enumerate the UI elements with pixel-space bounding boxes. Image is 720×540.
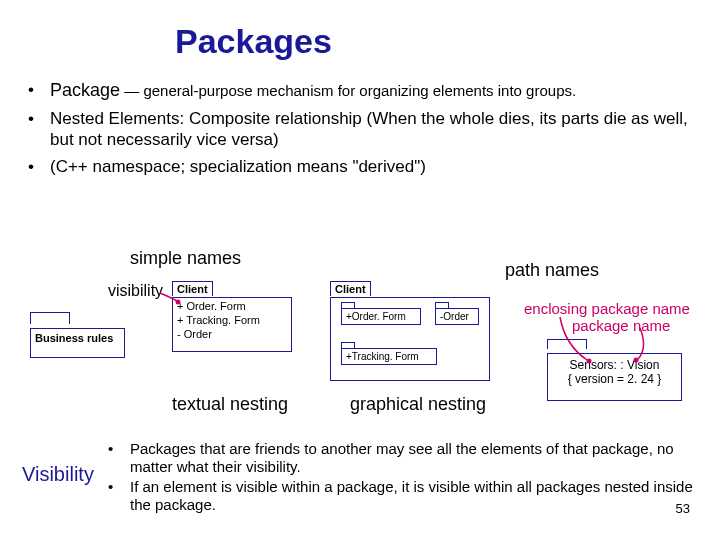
visibility-bullets: • Packages that are friends to another m…: [108, 440, 696, 516]
vis-bullet-2: If an element is visible within a packag…: [130, 478, 696, 514]
label-simple-names: simple names: [130, 248, 241, 269]
bullet-nested: Nested Elements: Composite relationship …: [50, 108, 690, 151]
vis-bullet-1: Packages that are friends to another may…: [130, 440, 696, 476]
pkg-line: - Order: [177, 328, 287, 342]
inner-pkg: -Order: [435, 308, 479, 325]
label-textual-nesting: textual nesting: [172, 394, 288, 415]
label-path-names: path names: [505, 260, 599, 281]
label-visibility: visibility: [108, 282, 163, 300]
pkg-line: + Order. Form: [177, 300, 287, 314]
bullet-dot: •: [108, 440, 130, 476]
uml-package-business-rules: Business rules: [30, 310, 125, 358]
bullet-package-def: Package — general-purpose mechanism for …: [50, 79, 576, 102]
bullet-cpp: (C++ namespace; specialization means "de…: [50, 156, 426, 177]
top-bullet-list: • Package — general-purpose mechanism fo…: [0, 79, 720, 177]
visibility-heading: Visibility: [22, 463, 94, 486]
bullet-dot: •: [28, 79, 50, 102]
slide-title: Packages: [0, 0, 720, 79]
annotation-package-name: enclosing package name package name: [524, 300, 690, 335]
page-number: 53: [676, 501, 690, 516]
uml-package-client-textual: Client + Order. Form + Tracking. Form - …: [172, 279, 292, 352]
bullet-dot: •: [28, 108, 50, 151]
sensors-line2: { version = 2. 24 }: [552, 372, 677, 386]
bullet-dot: •: [108, 478, 130, 514]
uml-package-client-graphical: Client +Order. Form -Order +Tracking. Fo…: [330, 279, 490, 381]
label-graphical-nesting: graphical nesting: [350, 394, 486, 415]
inner-pkg: +Order. Form: [341, 308, 421, 325]
bullet-dot: •: [28, 156, 50, 177]
pkg-line: + Tracking. Form: [177, 314, 287, 328]
uml-package-sensors: Sensors: : Vision { version = 2. 24 }: [547, 335, 682, 401]
sensors-line1: Sensors: : Vision: [552, 358, 677, 372]
inner-pkg: +Tracking. Form: [341, 348, 437, 365]
